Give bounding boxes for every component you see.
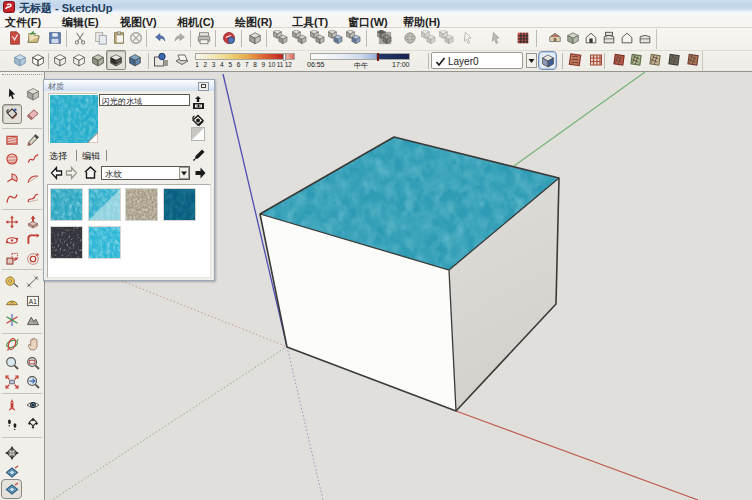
svg-text:A1: A1 <box>29 298 37 305</box>
